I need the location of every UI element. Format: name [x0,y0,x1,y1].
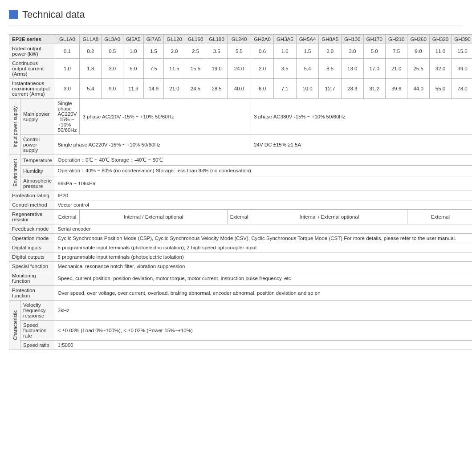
control-method-row: Control method Vector control [9,200,472,210]
regen-internal-external-1: Internal / External optional [80,210,227,224]
digital-outputs-value: 5 programmable input terminals (photoele… [55,252,472,262]
instantaneous-current-label: Instantaneous maximum output current (Ar… [9,79,55,99]
speed-ratio-row: Speed ratio 1:5000 [9,341,472,350]
special-function-row: Special function Mechanical resonance no… [9,262,472,271]
col-gl240: GL240 [227,35,251,44]
speed-fluctuation-rate-value: < ±0.03% (Load 0%~100%), < ±0.02% (Power… [55,321,472,341]
col-gh210: GH210 [385,35,407,44]
main-power-supply-3phase-220: 3 phase AC220V -15% ~ +10% 50/60Hz [80,99,251,135]
regenerative-resistor-label: Regenerative resistor [9,210,55,224]
col-gl190: GL190 [206,35,228,44]
rated-power-val-15: 7.5 [385,44,407,59]
rated-power-val-5: 2.0 [164,44,185,59]
col-gh3a5: GH3A5 [273,35,296,44]
speed-ratio-label: Speed ratio [20,341,55,350]
rated-power-row: Rated output power (kW) 0.1 0.2 0.5 1.0 … [9,44,472,59]
protection-rating-label: Protection rating [9,191,55,200]
regen-internal-external-2: Internal / External optional [251,210,407,224]
speed-ratio-value: 1:5000 [55,341,472,350]
velocity-frequency-response-row: Characteristic Velocity frequency respon… [9,301,472,321]
rated-power-val-1: 0.2 [80,44,102,59]
feedback-mode-value: Serial encoder [55,224,472,234]
col-gl3a0: GL3A0 [102,35,123,44]
col-gh8a5: GH8A5 [319,35,342,44]
regen-external-2: External [227,210,251,224]
control-method-label: Control method [9,200,55,210]
rated-power-val-12: 2.0 [319,44,342,59]
control-power-supply-row: Control power supply Single phase AC220V… [9,135,472,155]
environment-group-label: Environment [9,155,20,191]
protection-function-row: Protection function Over speed, over vol… [9,286,472,301]
speed-fluctuation-rate-row: Speed fluctuation rate < ±0.03% (Load 0%… [9,321,472,341]
protection-rating-value: IP20 [55,191,472,200]
col-gh260: GH260 [407,35,429,44]
regen-external-1: External [55,210,80,224]
col-gh170: GH170 [363,35,385,44]
special-function-value: Mechanical resonance notch filter, vibra… [55,262,472,271]
temperature-value: Operation：0℃ ~ 40℃ Storage：-40℃ ~ 50℃ [55,155,472,166]
velocity-frequency-response-label: Velocity frequency response [20,301,55,321]
humidity-row: Humidity Operation：40% ~ 80% (no condens… [9,166,472,176]
rated-power-val-18: 15.0 [452,44,472,59]
rated-power-val-6: 2.5 [185,44,206,59]
digital-inputs-row: Digital inputs 5 programmable input term… [9,243,472,252]
rated-power-val-11: 1.5 [296,44,319,59]
rated-power-val-7: 3.5 [206,44,228,59]
digital-inputs-value: 5 programmable input terminals (photoele… [55,243,472,252]
digital-outputs-label: Digital outputs [9,252,55,262]
monitoring-function-value: Speed, current position, position deviat… [55,271,472,286]
col-gh2a0: GH2A0 [251,35,274,44]
rated-power-val-4: 1.5 [143,44,164,59]
continuous-current-row: Continuous output current (Arms) 1.0 1.8… [9,59,472,79]
col-gi5a5: GI5A5 [123,35,144,44]
col-gh390: GH390 [452,35,472,44]
control-method-value: Vector control [55,200,472,210]
humidity-label: Humidity [20,166,55,176]
rated-power-val-8: 5.5 [227,44,251,59]
col-gh130: GH130 [342,35,363,44]
control-power-supply-ac: Single phase AC220V -15% ~ +10% 50/60Hz [55,135,251,155]
special-function-label: Special function [9,262,55,271]
main-power-supply-3phase-380: 3 phase AC380V -15% ~ +10% 50/60Hz [251,99,472,135]
speed-fluctuation-rate-label: Speed fluctuation rate [20,321,55,341]
feedback-mode-row: Feedback mode Serial encoder [9,224,472,234]
rated-power-val-14: 5.0 [363,44,385,59]
feedback-mode-label: Feedback mode [9,224,55,234]
main-power-supply-label: Main power supply [20,99,55,135]
humidity-value: Operation：40% ~ 80% (no condensation) St… [55,166,472,176]
series-label: EP3E series [9,35,55,44]
digital-inputs-label: Digital inputs [9,243,55,252]
title-icon [9,10,18,19]
control-power-supply-dc: 24V DC ±15% ≥1.5A [251,135,472,155]
col-gl1a8: GL1A8 [80,35,102,44]
temperature-row: Environment Temperature Operation：0℃ ~ 4… [9,155,472,166]
main-power-supply-row: Input power supply Main power supply Sin… [9,99,472,135]
col-gl120: GL120 [164,35,185,44]
operation-mode-row: Operation mode Cyclic Synchronous Positi… [9,234,472,243]
page-title: Technical data [22,9,85,20]
control-power-supply-label: Control power supply [20,135,55,155]
technical-data-table: EP3E series GL1A0 GL1A8 GL3A0 GI5A5 GI7A… [9,34,472,350]
atmospheric-pressure-value: 86kPa ~ 106kPa [55,176,472,191]
rated-power-val-0: 0.1 [55,44,80,59]
characteristic-group-label: Characteristic [9,301,20,350]
regen-external-3: External [407,210,472,224]
atmospheric-pressure-row: Atmospheric pressure 86kPa ~ 106kPa [9,176,472,191]
rated-power-label: Rated output power (kW) [9,44,55,59]
rated-power-val-13: 3.0 [342,44,363,59]
title-area: Technical data [9,9,463,25]
rated-power-val-10: 1.0 [273,44,296,59]
col-gl160: GL160 [185,35,206,44]
continuous-current-label: Continuous output current (Arms) [9,59,55,79]
monitoring-function-row: Monitoring function Speed, current posit… [9,271,472,286]
main-power-supply-single-phase: Single phase AC220V -15% ~ +10% 50/60Hz [55,99,80,135]
velocity-frequency-response-value: 3kHz [55,301,472,321]
input-power-supply-group-label: Input power supply [9,99,20,155]
rated-power-val-16: 9.0 [407,44,429,59]
protection-function-value: Over speed, over voltage, over current, … [55,286,472,301]
col-gh320: GH320 [429,35,451,44]
operation-mode-label: Operation mode [9,234,55,243]
col-gh5a4: GH5A4 [296,35,319,44]
rated-power-val-9: 0.6 [251,44,274,59]
operation-mode-value: Cyclic Synchronous Position Mode (CSP), … [55,234,472,243]
